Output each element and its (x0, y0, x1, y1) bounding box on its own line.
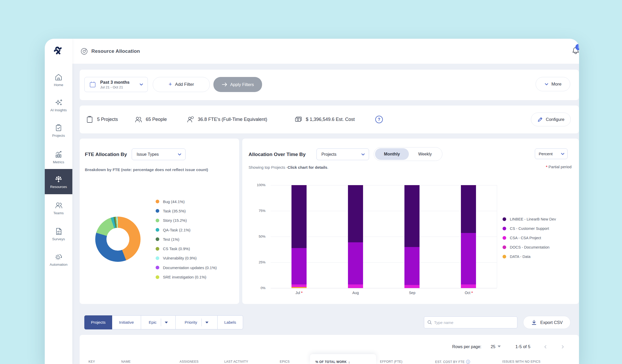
alloc-panel-title: Allocation Over Time By (249, 152, 306, 157)
tab-epic[interactable]: Epic (141, 315, 176, 329)
chevron-down-icon (561, 152, 565, 156)
linearb-logo-icon[interactable] (53, 46, 64, 57)
apply-filters-button[interactable]: Apply Filters (213, 77, 262, 92)
bar-segment-data-jul[interactable] (291, 287, 307, 288)
bar-sep[interactable] (404, 185, 420, 288)
sidebar-item-label: Metrics (53, 160, 64, 164)
column-header-assignees[interactable]: ASSIGNEES (180, 360, 199, 363)
caret-down-icon[interactable] (205, 322, 208, 323)
bar-segment-csa-sep[interactable] (404, 285, 420, 288)
tab-priority[interactable]: Priority (176, 315, 218, 329)
legend-dot (156, 209, 159, 213)
more-label: More (551, 82, 562, 87)
search-icon (427, 320, 432, 325)
bar-segment-cs-oct[interactable] (461, 233, 476, 284)
gridline (271, 288, 497, 288)
bar-segment-cs-sep[interactable] (404, 247, 420, 285)
info-icon[interactable]: i (466, 360, 470, 364)
y-axis-tick: 50% (242, 235, 265, 238)
sidebar-item-surveys[interactable]: Surveys (45, 223, 72, 245)
legend-label: Vulnerability (0.9%) (163, 256, 197, 260)
alloc-group-by-select[interactable]: Projects (316, 148, 369, 160)
column-header-name[interactable]: NAME (121, 360, 131, 363)
bar-segment-linbee-sep[interactable] (404, 185, 420, 247)
legend-item-cs-task-0-9: CS Task (0.9%) (156, 244, 217, 253)
sidebar-item-ai-insights[interactable]: AI Insights (45, 94, 72, 116)
bar-jul[interactable] (291, 185, 307, 288)
tab-divider (161, 318, 161, 326)
projects-icon (54, 124, 63, 132)
alloc-subtitle-prefix: Showing top Projects - (249, 165, 288, 170)
donut-legend: Bug (44.1%)Task (35.5%)Story (15.2%)QA-T… (156, 197, 217, 282)
legend-dot (156, 237, 159, 241)
teams-icon (54, 201, 63, 210)
column-label: NAME (121, 360, 131, 363)
resources-icon (54, 175, 63, 184)
fte-allocation-panel: FTE Allocation By Issue Types Breakdown … (80, 139, 239, 304)
sidebar-item-projects[interactable]: Projects (45, 119, 72, 142)
sidebar-item-automation[interactable]: Automation (45, 248, 72, 271)
column-label: KEY (88, 360, 95, 363)
bar-segment-linbee-oct[interactable] (461, 185, 476, 233)
sidebar-item-teams[interactable]: Teams (45, 197, 72, 219)
fte-panel-note: Breakdown by FTE (note: percentage does … (85, 166, 229, 173)
more-filters-button[interactable]: More (536, 77, 570, 91)
fte-group-by-select[interactable]: Issue Types (132, 148, 186, 160)
export-csv-button[interactable]: Export CSV (523, 316, 570, 329)
bar-segment-csa-aug[interactable] (348, 284, 363, 288)
sidebar-item-resources[interactable]: Resources (45, 169, 72, 194)
search-input[interactable] (434, 320, 514, 325)
column-header-effort-fte[interactable]: EFFORT (FTE) (380, 360, 402, 363)
toggle-monthly[interactable]: Monthly (375, 148, 409, 160)
unit-select[interactable]: Percent (535, 148, 568, 159)
add-filter-button[interactable]: + Add Filter (153, 77, 210, 92)
donut-chart[interactable] (95, 217, 141, 262)
column-header-est-cost-by-fte[interactable]: EST. COST BY FTEi (435, 360, 470, 364)
column-header-epics[interactable]: EPICS (280, 360, 290, 363)
download-icon (531, 319, 537, 326)
fte-panel-title: FTE Allocation By (85, 152, 127, 157)
bar-segment-linbee-aug[interactable] (348, 185, 363, 242)
clipboard-icon (86, 115, 94, 124)
bar-aug[interactable] (348, 185, 363, 288)
bar-segment-csa-jul[interactable] (291, 284, 307, 287)
toggle-weekly[interactable]: Weekly (409, 148, 441, 160)
column-header-issues-with-no-epics[interactable]: ISSUES WITH NO EPICS (502, 360, 541, 363)
bar-segment-cs-jul[interactable] (291, 248, 307, 285)
sidebar: Home AI Insights Projects Metrics Resour… (45, 39, 72, 364)
tab-initiative[interactable]: Initiative (112, 315, 141, 329)
legend-label: Documentation updates (0.1%) (163, 265, 217, 270)
tab-labels[interactable]: Labels (218, 315, 243, 329)
bar-segment-csa-oct[interactable] (461, 284, 476, 288)
bar-segment-linbee-jul[interactable] (291, 185, 307, 248)
caret-down-icon[interactable] (165, 322, 168, 323)
bar-oct[interactable] (461, 185, 476, 288)
unit-value: Percent (539, 152, 553, 156)
stat-people: 65 People (134, 106, 167, 133)
configure-button[interactable]: Configure (531, 113, 571, 126)
sidebar-item-home[interactable]: Home (45, 69, 72, 91)
bar-legend: LINBEE - LinearB New DevCS - Customer Su… (503, 214, 556, 261)
column-header-key[interactable]: KEY (88, 360, 95, 363)
sort-arrow-icon: ↓ (348, 360, 350, 364)
date-range-select[interactable]: Past 3 months Jul 21 - Oct 21 (84, 77, 148, 92)
sidebar-item-metrics[interactable]: Metrics (45, 146, 72, 168)
bar-plot (271, 185, 497, 288)
column-header-last-activity[interactable]: LAST ACTIVITY (224, 360, 248, 363)
legend-dot (503, 227, 506, 230)
partial-asterisk: * (470, 291, 473, 295)
column-header-of-total-work[interactable]: % OF TOTAL WORK↓ (315, 360, 350, 364)
metrics-icon (54, 150, 63, 159)
tab-projects[interactable]: Projects (84, 315, 112, 329)
legend-dot (156, 219, 159, 222)
help-icon[interactable]: ? (375, 116, 383, 123)
legend-label: Story (15.2%) (163, 218, 187, 223)
bar-segment-cs-aug[interactable] (348, 242, 363, 284)
notifications-button[interactable]: 3 (571, 46, 579, 56)
add-filter-label: Add Filter (175, 82, 194, 87)
table-header: KEYNAMEASSIGNEESLAST ACTIVITYEPICS% OF T… (80, 335, 579, 364)
y-axis-tick: 100% (242, 183, 265, 187)
legend-label: DOCS - Documentation (510, 245, 549, 249)
tab-divider (201, 318, 202, 326)
alloc-subtitle: Showing top Projects -Click chart for de… (249, 165, 328, 170)
